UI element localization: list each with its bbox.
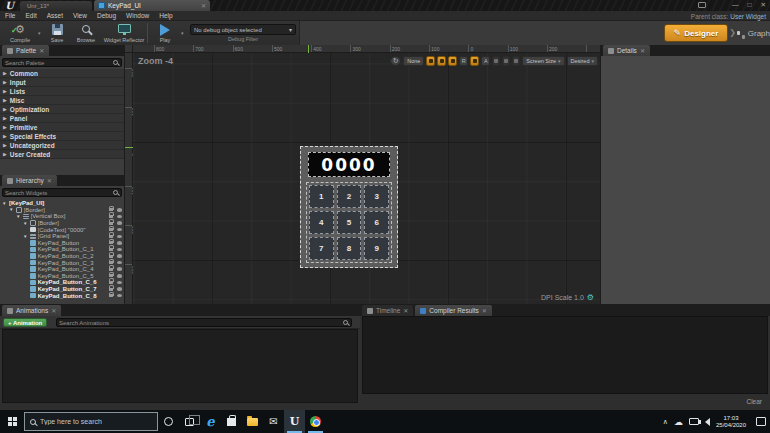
compile-options-caret-icon[interactable]: ▾ (38, 30, 41, 36)
cortana-button[interactable] (158, 410, 179, 433)
keypad-code-display[interactable]: 0000 (308, 152, 390, 177)
lock-icon[interactable] (109, 288, 113, 291)
expand-arrow-icon[interactable]: ▶ (3, 142, 7, 148)
palette-category[interactable]: ▶ Panel (0, 114, 124, 123)
start-button[interactable] (0, 410, 24, 433)
keypad-digit-button[interactable]: 9 (364, 237, 389, 260)
rotation-toggle-button[interactable]: R (459, 56, 468, 66)
play-options-caret-icon[interactable]: ▾ (181, 30, 184, 36)
compiler-results-tab-close-icon[interactable]: ✕ (482, 307, 487, 314)
clear-log-link[interactable]: Clear (746, 398, 762, 405)
palette-category[interactable]: ▶ Misc (0, 96, 124, 105)
project-window-tab[interactable]: Unr_13* (20, 1, 92, 11)
lock-icon[interactable] (109, 228, 113, 231)
divider[interactable] (124, 45, 125, 305)
expand-arrow-icon[interactable]: ▶ (3, 70, 7, 76)
lock-icon[interactable] (109, 294, 113, 297)
palette-category[interactable]: ▶ Special Effects (0, 132, 124, 141)
visibility-eye-icon[interactable] (117, 235, 123, 239)
hierarchy-tab[interactable]: Hierarchy ✕ (2, 175, 57, 186)
visibility-eye-icon[interactable] (117, 215, 123, 219)
hierarchy-tree-row[interactable]: ▼ [Border] (0, 207, 124, 214)
hierarchy-tree-row[interactable]: KeyPad_Button_C_2 (0, 253, 124, 260)
mail-button[interactable]: ✉ (263, 410, 284, 433)
menu-item[interactable]: Edit (20, 12, 41, 19)
timeline-tab-close-icon[interactable]: ✕ (403, 307, 408, 314)
hierarchy-tree-row[interactable]: KeyPad_Button_C_4 (0, 266, 124, 273)
lock-icon[interactable] (109, 255, 113, 258)
visibility-eye-icon[interactable] (117, 287, 123, 291)
file-explorer-button[interactable] (242, 410, 263, 433)
menu-item[interactable]: File (0, 12, 20, 19)
hierarchy-tree-row[interactable]: KeyPad_Button_C_8 (0, 292, 124, 299)
design-surface[interactable]: Zoom -4 ↻ None R A Screen Size▾ Desired▾ (133, 53, 601, 305)
animations-tab[interactable]: Animations ✕ (2, 305, 61, 316)
palette-category[interactable]: ▶ Common (0, 69, 124, 78)
close-button[interactable]: ✕ (761, 1, 766, 9)
keypad-digit-button[interactable]: 2 (337, 185, 362, 208)
lock-icon[interactable] (109, 274, 113, 277)
hierarchy-tree-row[interactable]: KeyPad_Button_C_7 (0, 286, 124, 293)
hierarchy-tab-close-icon[interactable]: ✕ (47, 177, 52, 184)
visibility-eye-icon[interactable] (117, 261, 123, 265)
expander-icon[interactable]: ▼ (16, 214, 21, 219)
keypad-digit-button[interactable]: 5 (337, 211, 362, 234)
taskbar-search-input[interactable] (40, 418, 152, 425)
grid-snap-toggle-button[interactable] (448, 56, 457, 66)
graph-mode-button[interactable]: Graph (737, 26, 770, 40)
outline-toggle-button[interactable] (492, 56, 500, 66)
hierarchy-search-input[interactable] (3, 189, 113, 196)
dpi-settings-gear-icon[interactable]: ⚙ (587, 293, 594, 302)
palette-tab[interactable]: Palette ✕ (2, 45, 49, 56)
lock-icon[interactable] (109, 215, 113, 218)
palette-category[interactable]: ▶ Optimization (0, 105, 124, 114)
expand-arrow-icon[interactable]: ▶ (3, 106, 7, 112)
menu-item[interactable]: Asset (42, 12, 68, 19)
layout-grid-toggle-button[interactable] (470, 56, 479, 66)
lock-icon[interactable] (109, 241, 113, 244)
add-animation-button[interactable]: + Animation (3, 318, 47, 327)
zoom-mode-dropdown[interactable]: Desired▾ (567, 56, 598, 66)
menu-item[interactable]: View (68, 12, 92, 19)
save-button[interactable]: Save (46, 22, 68, 44)
visibility-eye-icon[interactable] (117, 228, 123, 232)
visibility-eye-icon[interactable] (117, 241, 123, 245)
action-center-icon[interactable] (756, 417, 766, 426)
keypad-digit-button[interactable]: 4 (309, 211, 334, 234)
divider[interactable] (600, 45, 601, 305)
maximize-button[interactable]: □ (748, 1, 752, 9)
expand-arrow-icon[interactable]: ▶ (3, 115, 7, 121)
expand-arrow-icon[interactable]: ▶ (3, 124, 7, 130)
task-view-button[interactable] (179, 410, 200, 433)
palette-category[interactable]: ▶ User Created (0, 150, 124, 159)
animations-list-area[interactable] (2, 329, 358, 403)
screen-size-dropdown[interactable]: Screen Size▾ (522, 56, 564, 66)
palette-search-input[interactable] (3, 59, 113, 66)
unreal-engine-taskbar-button[interactable]: U (284, 410, 305, 433)
store-button[interactable] (221, 410, 242, 433)
lock-icon[interactable] (109, 208, 113, 211)
expander-icon[interactable]: ▼ (23, 221, 28, 226)
visibility-eye-icon[interactable] (117, 254, 123, 258)
edge-button[interactable]: e (200, 410, 221, 433)
speaker-icon[interactable] (705, 418, 710, 426)
hierarchy-tree-row[interactable]: KeyPad_Button (0, 240, 124, 247)
hierarchy-tree-row[interactable]: ▼ [Grid Panel] (0, 233, 124, 240)
visibility-eye-icon[interactable] (117, 281, 123, 285)
dpi-scale-control[interactable]: DPI Scale 1.0 ⚙ (541, 293, 594, 302)
window-layout-icon[interactable] (698, 2, 706, 8)
browse-button[interactable]: Browse (72, 22, 100, 44)
taskbar-search[interactable] (24, 412, 158, 431)
expand-arrow-icon[interactable]: ▶ (3, 79, 7, 85)
taskbar-clock[interactable]: 17:03 25/04/2020 (716, 415, 746, 429)
asset-window-tab[interactable]: KeyPad_UI ✕ (94, 0, 210, 11)
hierarchy-tree-row[interactable]: KeyPad_Button_C_5 (0, 273, 124, 280)
animations-tab-close-icon[interactable]: ✕ (51, 307, 56, 314)
palette-category[interactable]: ▶ Uncategorized (0, 141, 124, 150)
menu-item[interactable]: Window (121, 12, 154, 19)
tab-close-icon[interactable]: ✕ (201, 2, 206, 9)
details-tab[interactable]: Details ✕ (603, 45, 650, 56)
expander-icon[interactable]: ▼ (9, 207, 14, 212)
palette-tab-close-icon[interactable]: ✕ (39, 47, 44, 54)
details-tab-close-icon[interactable]: ✕ (640, 47, 645, 54)
